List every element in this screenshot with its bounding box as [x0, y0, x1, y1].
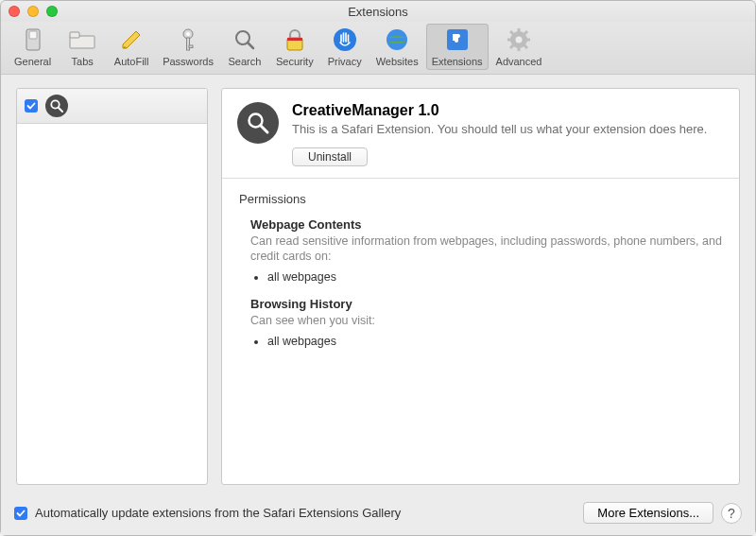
- extension-enabled-checkbox[interactable]: [25, 99, 38, 112]
- switch-icon: [19, 26, 47, 54]
- toolbar-security[interactable]: Security: [270, 24, 319, 70]
- toolbar-label: Websites: [376, 56, 419, 67]
- toolbar-passwords[interactable]: Passwords: [157, 24, 219, 70]
- svg-line-11: [248, 43, 253, 48]
- toolbar-tabs[interactable]: Tabs: [59, 24, 106, 70]
- uninstall-button[interactable]: Uninstall: [292, 147, 368, 166]
- permission-heading: Webpage Contents: [250, 217, 722, 232]
- puzzle-icon: [443, 26, 472, 54]
- magnifier-icon: [45, 95, 68, 117]
- permission-item: all webpages: [267, 270, 722, 284]
- toolbar-label: Advanced: [496, 56, 542, 67]
- pencil-icon: [117, 26, 146, 54]
- svg-rect-3: [70, 32, 79, 38]
- help-button[interactable]: ?: [721, 503, 742, 524]
- extensions-sidebar: [16, 88, 208, 485]
- extension-detail-pane: CreativeManager 1.0 This is a Safari Ext…: [221, 88, 740, 485]
- lock-icon: [281, 26, 309, 54]
- toolbar-general[interactable]: General: [9, 24, 57, 70]
- magnifier-icon: [237, 102, 279, 144]
- toolbar-search[interactable]: Search: [221, 24, 268, 70]
- permission-heading: Browsing History: [250, 297, 722, 311]
- toolbar-label: General: [14, 56, 51, 67]
- auto-update-checkbox[interactable]: [14, 507, 27, 520]
- toolbar-websites[interactable]: Websites: [370, 24, 424, 70]
- permissions-heading: Permissions: [239, 192, 722, 206]
- svg-rect-9: [189, 45, 193, 48]
- globe-icon: [383, 26, 411, 54]
- gear-icon: [505, 26, 533, 54]
- permission-description: Can see when you visit:: [250, 313, 722, 329]
- permission-description: Can read sensitive information from webp…: [250, 233, 722, 266]
- svg-line-24: [524, 45, 527, 48]
- extension-header: CreativeManager 1.0 This is a Safari Ext…: [222, 89, 739, 179]
- extension-title: CreativeManager 1.0: [292, 102, 724, 119]
- svg-line-23: [510, 31, 513, 34]
- toolbar-advanced[interactable]: Advanced: [490, 24, 548, 70]
- preferences-window: Extensions General Tabs AutoFill Passwor…: [0, 0, 756, 536]
- svg-rect-13: [287, 38, 302, 41]
- svg-rect-1: [29, 31, 37, 39]
- toolbar-label: Search: [229, 56, 262, 67]
- hand-icon: [331, 26, 359, 54]
- more-extensions-button[interactable]: More Extensions...: [583, 502, 713, 524]
- permission-webpage-contents: Webpage Contents Can read sensitive info…: [250, 217, 722, 285]
- svg-line-25: [524, 31, 527, 34]
- toolbar-privacy[interactable]: Privacy: [321, 24, 369, 70]
- extension-list-item[interactable]: [17, 89, 207, 124]
- titlebar: Extensions: [1, 1, 755, 22]
- toolbar-label: AutoFill: [114, 56, 149, 67]
- window-title: Extensions: [1, 5, 755, 19]
- toolbar-extensions[interactable]: Extensions: [426, 24, 489, 70]
- svg-line-30: [261, 126, 267, 132]
- search-icon: [231, 26, 259, 54]
- permission-browsing-history: Browsing History Can see when you visit:…: [250, 297, 722, 348]
- key-icon: [174, 26, 202, 54]
- toolbar-label: Tabs: [72, 56, 94, 67]
- svg-point-15: [387, 29, 407, 50]
- svg-marker-4: [123, 31, 140, 48]
- toolbar-label: Passwords: [163, 56, 214, 67]
- content-area: CreativeManager 1.0 This is a Safari Ext…: [1, 75, 755, 494]
- svg-point-7: [186, 32, 190, 36]
- svg-point-18: [516, 37, 523, 43]
- permission-item: all webpages: [267, 335, 722, 348]
- svg-rect-8: [187, 38, 190, 50]
- toolbar-label: Extensions: [432, 56, 483, 67]
- tabs-icon: [68, 26, 96, 54]
- auto-update-label: Automatically update extensions from the…: [35, 506, 401, 520]
- toolbar-label: Security: [276, 56, 314, 67]
- toolbar-label: Privacy: [328, 56, 362, 67]
- svg-point-14: [334, 28, 356, 51]
- extension-description: This is a Safari Extension. You should t…: [292, 121, 724, 138]
- svg-line-28: [59, 108, 62, 112]
- permissions-section: Permissions Webpage Contents Can read se…: [222, 179, 739, 375]
- preferences-toolbar: General Tabs AutoFill Passwords Search: [1, 22, 755, 75]
- toolbar-autofill[interactable]: AutoFill: [108, 24, 155, 70]
- svg-line-26: [510, 45, 513, 48]
- footer-bar: Automatically update extensions from the…: [1, 494, 755, 535]
